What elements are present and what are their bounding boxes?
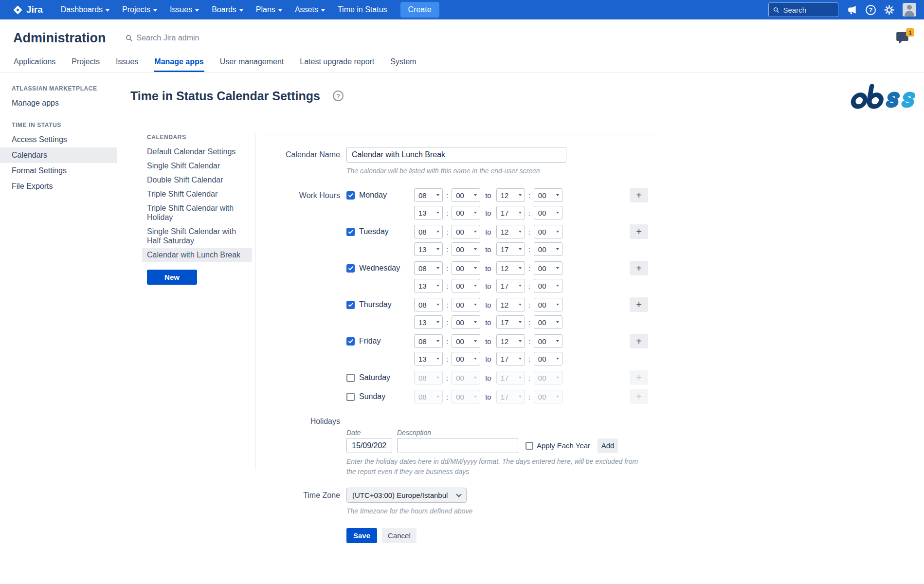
global-search[interactable]: [768, 2, 838, 17]
start-minute-select[interactable]: 00: [452, 225, 480, 238]
day-checkbox[interactable]: [346, 228, 355, 236]
end-hour-select[interactable]: 17: [496, 206, 525, 219]
tab-applications[interactable]: Applications: [13, 54, 56, 72]
day-checkbox[interactable]: [346, 393, 355, 401]
end-minute-select[interactable]: 00: [534, 225, 562, 238]
end-minute-select[interactable]: 00: [534, 315, 562, 329]
start-hour-select[interactable]: 13: [414, 352, 443, 365]
end-minute-select[interactable]: 00: [534, 279, 562, 292]
nav-item-assets[interactable]: Assets: [289, 0, 331, 19]
end-hour-select[interactable]: 12: [496, 298, 525, 311]
end-hour-select[interactable]: 12: [496, 261, 525, 275]
end-hour-select[interactable]: 17: [496, 315, 525, 329]
calendar-item-double-shift[interactable]: Double Shift Calendar: [142, 173, 252, 187]
apply-each-year-checkbox[interactable]: Apply Each Year: [525, 441, 590, 450]
end-minute-select[interactable]: 00: [534, 298, 562, 311]
announcements-icon[interactable]: [847, 4, 857, 15]
start-hour-select[interactable]: 08: [414, 298, 443, 311]
sidebar-item-file-exports[interactable]: File Exports: [0, 179, 117, 194]
day-checkbox[interactable]: [346, 264, 355, 273]
start-hour-select[interactable]: 08: [414, 334, 443, 348]
calendar-item-lunch-break[interactable]: Calendar with Lunch Break: [142, 248, 252, 262]
end-minute-select[interactable]: 00: [534, 261, 562, 275]
user-avatar[interactable]: [903, 3, 916, 17]
add-shift-button[interactable]: +: [630, 188, 648, 202]
whats-new-icon[interactable]: 1: [895, 30, 911, 46]
tab-projects[interactable]: Projects: [71, 54, 100, 72]
tab-manage-apps[interactable]: Manage apps: [154, 54, 204, 72]
calendar-item-default-calendar-settings[interactable]: Default Calendar Settings: [142, 145, 252, 159]
holiday-description-input[interactable]: [397, 438, 518, 453]
start-hour-select[interactable]: 13: [414, 279, 443, 292]
end-minute-select[interactable]: 00: [534, 334, 562, 348]
start-minute-select[interactable]: 00: [452, 334, 480, 348]
admin-search-input[interactable]: [137, 34, 249, 42]
sidebar-item-manage-apps[interactable]: Manage apps: [0, 95, 117, 111]
end-minute-select[interactable]: 00: [534, 242, 562, 256]
start-hour-select[interactable]: 13: [414, 242, 443, 256]
start-minute-select[interactable]: 00: [452, 315, 480, 329]
start-hour-select[interactable]: 08: [414, 188, 443, 202]
start-minute-select[interactable]: 00: [452, 206, 480, 219]
global-search-input[interactable]: [783, 6, 833, 14]
start-hour-select[interactable]: 08: [414, 261, 443, 275]
day-checkbox[interactable]: [346, 374, 355, 382]
tab-user-management[interactable]: User management: [219, 54, 285, 72]
end-hour-select[interactable]: 17: [496, 279, 525, 292]
help-icon[interactable]: [866, 5, 876, 15]
end-hour-select[interactable]: 12: [496, 225, 525, 238]
add-holiday-button[interactable]: Add: [598, 438, 618, 453]
calendar-item-triple-shift-holiday[interactable]: Triple Shift Calendar with Holiday: [142, 201, 252, 224]
day-checkbox[interactable]: [346, 337, 355, 346]
jira-brand[interactable]: Jira: [13, 4, 43, 15]
end-minute-select[interactable]: 00: [534, 352, 562, 365]
start-minute-select[interactable]: 00: [452, 352, 480, 365]
start-minute-select[interactable]: 00: [452, 261, 480, 275]
day-checkbox[interactable]: [346, 191, 355, 200]
calendar-name-input[interactable]: [346, 147, 566, 163]
nav-item-issues[interactable]: Issues: [163, 0, 205, 19]
holiday-date-input[interactable]: [346, 438, 392, 453]
nav-item-time-in-status[interactable]: Time in Status: [331, 0, 394, 19]
end-hour-select[interactable]: 12: [496, 334, 525, 348]
sidebar-item-access-settings[interactable]: Access Settings: [0, 132, 117, 147]
chevron-down-icon: [474, 340, 477, 342]
start-minute-select[interactable]: 00: [452, 298, 480, 311]
add-shift-button[interactable]: +: [630, 224, 648, 239]
end-minute-select[interactable]: 00: [534, 188, 562, 202]
cancel-button[interactable]: Cancel: [382, 528, 417, 543]
start-hour-select[interactable]: 08: [414, 225, 443, 238]
start-minute-select[interactable]: 00: [452, 188, 480, 202]
end-minute-select[interactable]: 00: [534, 206, 562, 219]
end-hour-select[interactable]: 12: [496, 188, 525, 202]
day-checkbox[interactable]: [346, 301, 355, 309]
nav-item-boards[interactable]: Boards: [205, 0, 250, 19]
nav-item-dashboards[interactable]: Dashboards: [54, 0, 116, 19]
calendar-item-triple-shift[interactable]: Triple Shift Calendar: [142, 187, 252, 201]
tab-latest-upgrade-report[interactable]: Latest upgrade report: [299, 54, 375, 72]
save-button[interactable]: Save: [346, 528, 377, 543]
help-icon[interactable]: [333, 91, 344, 101]
add-shift-button[interactable]: +: [630, 334, 648, 348]
nav-item-projects[interactable]: Projects: [116, 0, 163, 19]
calendar-item-single-shift[interactable]: Single Shift Calendar: [142, 159, 252, 173]
start-hour-select[interactable]: 13: [414, 315, 443, 329]
sidebar-item-calendars[interactable]: Calendars: [0, 147, 117, 163]
create-button[interactable]: Create: [400, 2, 439, 18]
admin-search[interactable]: [126, 34, 249, 42]
start-minute-select[interactable]: 00: [452, 242, 480, 256]
end-hour-select[interactable]: 17: [496, 352, 525, 365]
end-hour-select[interactable]: 17: [496, 242, 525, 256]
gear-icon[interactable]: [884, 5, 894, 15]
time-zone-select[interactable]: (UTC+03:00) Europe/Istanbul: [346, 488, 467, 503]
add-shift-button[interactable]: +: [630, 297, 648, 312]
sidebar-item-format-settings[interactable]: Format Settings: [0, 163, 117, 179]
tab-system[interactable]: System: [390, 54, 417, 72]
start-minute-select[interactable]: 00: [452, 279, 480, 292]
start-hour-select[interactable]: 13: [414, 206, 443, 219]
tab-issues[interactable]: Issues: [115, 54, 139, 72]
nav-item-plans[interactable]: Plans: [250, 0, 289, 19]
add-shift-button[interactable]: +: [630, 261, 648, 275]
calendar-item-single-shift-half-saturday[interactable]: Single Shift Calendar with Half Saturday: [142, 224, 252, 248]
new-calendar-button[interactable]: New: [147, 270, 197, 285]
